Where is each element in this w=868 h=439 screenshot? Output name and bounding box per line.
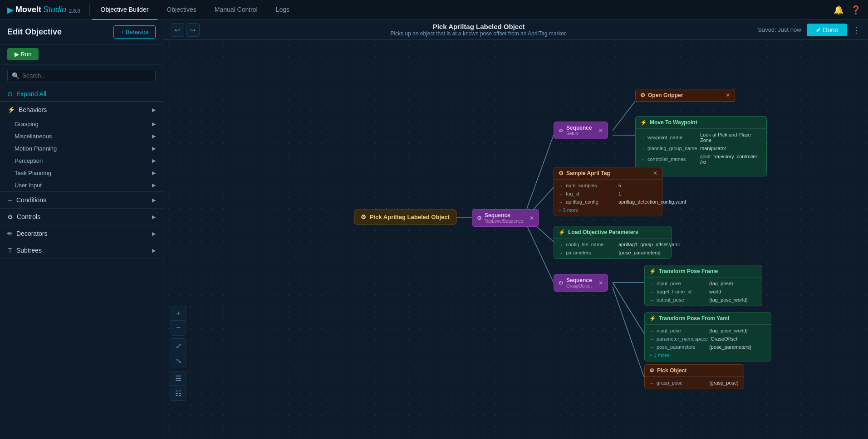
node-transform-pose-frame: ⚡ Transform Pose Frame → input_pose {tag… (644, 265, 762, 306)
seq-top-expand-icon[interactable]: ✕ (530, 215, 534, 221)
pick-root-icon: ⚙ (361, 214, 366, 220)
fit-all-button[interactable]: ⤢ (171, 339, 186, 353)
zoom-in-button[interactable]: + (171, 306, 186, 321)
logo-moveit: MoveIt (15, 5, 41, 15)
subcategory-motion-planning[interactable]: Motion Planning ▶ (0, 142, 163, 155)
node-sequence-setup-inner[interactable]: ⚙ Sequence Setup ✕ (554, 122, 608, 139)
layout-controls-group: ☰ ☷ (171, 371, 186, 401)
content-toolbar: ↩ ↪ Pick Apriltag Labeled Object Picks u… (163, 20, 868, 40)
param-arrow-icon: → (559, 191, 563, 196)
main-layout: Edit Objective + Behavior ▶ Run 🔍 ⊙ Expa… (0, 20, 868, 439)
open-gripper-close-icon[interactable]: ✕ (726, 92, 730, 98)
transform-yaml-label: Transform Pose From Yaml (659, 315, 729, 322)
pick-object-label: Pick Object (657, 367, 687, 374)
transform-yaml-icon: ⚡ (649, 315, 656, 322)
param-controller-names: → controller_names /joint_trajectory_con… (636, 152, 766, 166)
category-behaviors: ⚡ Behaviors ▶ Grasping ▶ Miscellaneous ▶… (0, 102, 163, 192)
category-behaviors-header[interactable]: ⚡ Behaviors ▶ (0, 102, 163, 118)
param-output-pose-frame: → output_pose {tag_pose_world} (645, 296, 762, 304)
expand-all-button[interactable]: ⊙ Expand All (0, 87, 163, 102)
sample-tag-more[interactable]: + 3 more (554, 206, 662, 214)
subtrees-arrow-icon: ▶ (152, 248, 156, 254)
search-wrap: 🔍 (7, 69, 156, 82)
move-waypoint-label: Move To Waypoint (650, 119, 697, 126)
controls-arrow-icon: ▶ (152, 214, 156, 220)
param-arrow-icon: → (649, 345, 654, 350)
done-button[interactable]: ✔ Done (807, 24, 847, 36)
nav-separator (89, 4, 90, 16)
canvas: ⚙ Pick Apriltag Labeled Object ⚙ Sequenc… (163, 40, 868, 439)
conditions-arrow-icon: ▶ (152, 197, 156, 203)
task-planning-arrow-icon: ▶ (152, 170, 156, 176)
node-pick-root: ⚙ Pick Apriltag Labeled Object (354, 210, 456, 224)
help-icon[interactable]: ❓ (851, 5, 861, 15)
nav-item-objective-builder[interactable]: Objective Builder (92, 0, 158, 20)
layout-vertical-button[interactable]: ☷ (171, 386, 186, 400)
sidebar-tree: ⚡ Behaviors ▶ Grasping ▶ Miscellaneous ▶… (0, 102, 163, 439)
fit-selected-button[interactable]: ⤡ (171, 353, 186, 368)
node-pick-root-inner[interactable]: ⚙ Pick Apriltag Labeled Object (354, 210, 456, 224)
node-transform-pose-yaml: ⚡ Transform Pose From Yaml → input_pose … (644, 312, 771, 361)
controls-label: ⚙ Controls (7, 213, 40, 220)
move-waypoint-icon: ⚡ (640, 119, 647, 126)
node-pick-object-header: ⚙ Pick Object (645, 365, 744, 377)
transform-yaml-more[interactable]: + 1 more (645, 351, 771, 359)
nav-item-logs[interactable]: Logs (267, 0, 299, 20)
param-param-namespace: → parameter_namespace GraspOffset (645, 335, 771, 343)
content-area: ↩ ↪ Pick Apriltag Labeled Object Picks u… (163, 20, 868, 439)
seq-setup-expand-icon[interactable]: ✕ (598, 127, 603, 134)
node-load-objective-params: ⚡ Load Objective Parameters → config_fil… (554, 226, 672, 259)
param-arrow-icon: → (559, 183, 563, 188)
subcategory-miscellaneous[interactable]: Miscellaneous ▶ (0, 130, 163, 142)
subcategory-grasping[interactable]: Grasping ▶ (0, 118, 163, 130)
nav-right: 🔔 ❓ (834, 5, 868, 15)
sample-tag-icon: ⚙ (559, 170, 564, 176)
seq-grasp-expand-icon[interactable]: ✕ (598, 280, 603, 286)
node-transform-yaml-header: ⚡ Transform Pose From Yaml (645, 312, 771, 325)
category-conditions-header[interactable]: ⊢ Conditions ▶ (0, 192, 163, 208)
node-load-params-body: → config_file_name apriltag1_grasp_offse… (554, 239, 671, 259)
bell-icon[interactable]: 🔔 (834, 5, 843, 15)
nav-items: Objective Builder Objectives Manual Cont… (92, 0, 299, 20)
layout-horizontal-button[interactable]: ☰ (171, 371, 186, 386)
subcategory-perception[interactable]: Perception ▶ (0, 155, 163, 167)
category-subtrees: ⊤ Subtrees ▶ (0, 242, 163, 259)
add-behavior-button[interactable]: + Behavior (113, 25, 156, 39)
nav-item-manual-control[interactable]: Manual Control (206, 0, 267, 20)
category-decorators-header[interactable]: ✏ Decorators ▶ (0, 225, 163, 242)
node-transform-yaml-body: → input_pose {tag_pose_world} → paramete… (645, 325, 771, 361)
category-controls: ⚙ Controls ▶ (0, 209, 163, 225)
seq-grasp-labels: Sequence GraspObject (566, 277, 592, 288)
param-arrow-icon: → (649, 289, 654, 294)
node-sequence-grasp-inner[interactable]: ⚙ Sequence GraspObject ✕ (554, 274, 608, 292)
expand-all-icon: ⊙ (7, 90, 13, 98)
search-input[interactable] (7, 69, 156, 82)
undo-button[interactable]: ↩ (171, 23, 184, 37)
sample-tag-expand-icon[interactable]: ✕ (653, 170, 657, 176)
run-button[interactable]: ▶ Run (7, 48, 39, 60)
more-options-button[interactable]: ⋮ (853, 25, 861, 35)
category-conditions: ⊢ Conditions ▶ (0, 192, 163, 209)
open-gripper-icon: ⚙ (640, 92, 645, 98)
param-pose-params-yaml: → pose_parameters {pose_parameters} (645, 343, 771, 351)
node-open-gripper: ⚙ Open Gripper ✕ (635, 89, 735, 102)
subcategory-task-planning[interactable]: Task Planning ▶ (0, 167, 163, 179)
redo-button[interactable]: ↪ (186, 23, 200, 37)
node-pick-object-body: → grasp_pose {grasp_pose} (645, 377, 744, 389)
sidebar: Edit Objective + Behavior ▶ Run 🔍 ⊙ Expa… (0, 20, 163, 439)
category-controls-header[interactable]: ⚙ Controls ▶ (0, 209, 163, 225)
param-tag-id: → tag_id 1 (554, 190, 662, 198)
node-sample-tag-header: ⚙ Sample April Tag ✕ (554, 167, 662, 180)
objective-info: Pick Apriltag Labeled Object Picks up an… (390, 23, 567, 37)
param-input-pose-frame: → input_pose {tag_pose} (645, 279, 762, 288)
category-subtrees-header[interactable]: ⊤ Subtrees ▶ (0, 242, 163, 259)
decorators-icon: ✏ (7, 230, 13, 237)
zoom-out-button[interactable]: − (171, 321, 186, 335)
decorators-arrow-icon: ▶ (152, 231, 156, 237)
node-sequence-top-inner[interactable]: ⚙ Sequence TopLevelSequence ✕ (472, 209, 539, 227)
param-arrow-icon: → (649, 298, 654, 302)
node-pick-object: ⚙ Pick Object → grasp_pose {grasp_pose} (644, 364, 744, 389)
subcategory-user-input[interactable]: User Input ▶ (0, 179, 163, 191)
toolbar-left: ↩ ↪ (171, 23, 200, 37)
nav-item-objectives[interactable]: Objectives (157, 0, 205, 20)
